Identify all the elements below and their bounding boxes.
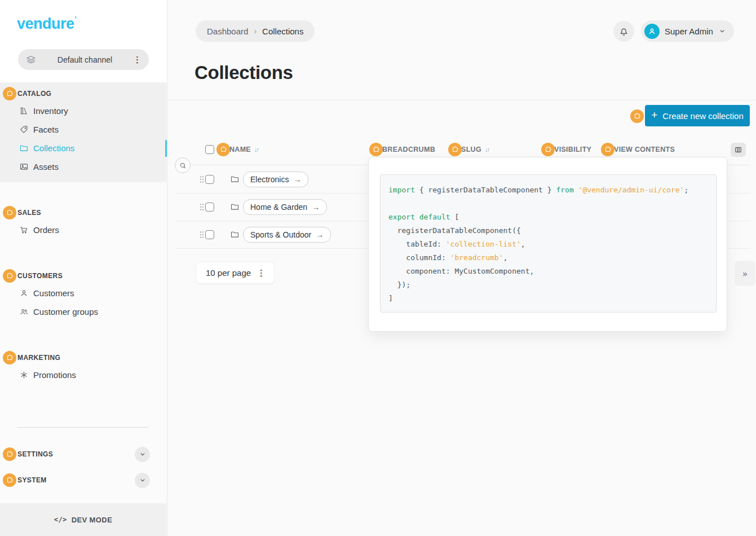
nav-section-system[interactable]: SYSTEM <box>0 472 167 489</box>
asterisk-icon <box>19 370 29 380</box>
extension-badge-icon <box>448 143 462 156</box>
nav-section-label: CATALOG <box>17 90 51 98</box>
column-header-slug: SLUG↓↑ <box>448 142 489 157</box>
folder-icon <box>230 174 240 184</box>
header-divider <box>168 100 756 100</box>
extension-badge-icon <box>3 447 16 461</box>
active-item-indicator <box>165 140 167 157</box>
search-toggle[interactable] <box>175 157 191 173</box>
nav-section-customers: CUSTOMERSCustomersCustomer groups <box>0 265 166 321</box>
inventory-icon <box>19 106 29 116</box>
breadcrumb: Dashboard›Collections <box>196 20 315 42</box>
sort-icon[interactable]: ↓↑ <box>254 146 258 153</box>
dev-mode-code-popover: import { registerDataTableComponent } fr… <box>368 157 727 332</box>
sidebar-header <box>0 0 167 84</box>
collection-link[interactable]: Electronics→ <box>243 172 308 187</box>
expand-section-button[interactable] <box>135 447 150 462</box>
extension-badge-icon <box>630 109 644 123</box>
drag-handle-icon[interactable] <box>200 175 204 183</box>
sidebar-item-customers[interactable]: Customers <box>0 284 166 302</box>
breadcrumb-item[interactable]: Collections <box>262 27 303 36</box>
extension-badge-icon <box>3 206 16 219</box>
extension-badge-icon <box>3 351 16 364</box>
row-checkbox[interactable] <box>205 230 214 239</box>
brand-logo[interactable]: vendure <box>17 15 76 33</box>
extension-badge-icon <box>541 143 555 156</box>
drag-handle-icon[interactable] <box>200 231 204 239</box>
breadcrumb-item[interactable]: Dashboard <box>207 27 248 36</box>
folder-icon <box>230 230 240 239</box>
items-per-page-button[interactable]: 10 per page ⋮ <box>196 262 275 284</box>
sidebar-item-assets[interactable]: Assets <box>0 157 166 176</box>
user-icon <box>19 288 29 298</box>
kebab-icon: ⋮ <box>257 269 266 277</box>
page-title: Collections <box>194 62 293 84</box>
column-header-breadcrumb: BREADCRUMB <box>369 142 435 157</box>
extension-badge-icon <box>3 269 16 283</box>
folder-icon <box>230 202 240 212</box>
sidebar-item-customer-groups[interactable]: Customer groups <box>0 302 166 321</box>
user-name: Super Admin <box>665 27 713 36</box>
cart-icon <box>19 225 29 235</box>
channel-selector[interactable]: Default channel ⋮ <box>18 49 149 70</box>
tag-icon <box>19 125 29 134</box>
extension-badge-icon <box>3 473 16 487</box>
extension-badge-icon <box>3 87 16 100</box>
sidebar-item-collections[interactable]: Collections <box>0 139 166 157</box>
select-all-checkbox[interactable] <box>205 145 214 154</box>
kebab-icon[interactable]: ⋮ <box>133 55 142 64</box>
layers-icon <box>25 54 37 65</box>
expand-section-button[interactable] <box>135 473 150 488</box>
sidebar-item-facets[interactable]: Facets <box>0 120 166 139</box>
sort-icon[interactable]: ↓↑ <box>485 146 489 153</box>
code-block: import { registerDataTableComponent } fr… <box>380 174 717 313</box>
dev-mode-label: DEV MODE <box>72 516 113 524</box>
channel-label: Default channel <box>37 55 133 64</box>
sidebar-item-orders[interactable]: Orders <box>0 221 166 239</box>
pagination-next-button[interactable]: » <box>735 261 755 286</box>
collection-link[interactable]: Sports & Outdoor→ <box>243 227 331 243</box>
plus-icon: + <box>651 109 657 121</box>
notifications-button[interactable] <box>613 21 634 42</box>
bell-icon <box>618 26 629 37</box>
code-icon: </> <box>54 516 67 524</box>
column-header-visibility: VISIBILITY <box>541 142 591 157</box>
extension-badge-icon <box>601 143 614 156</box>
image-icon <box>19 162 29 172</box>
sidebar-item-inventory[interactable]: Inventory <box>0 102 166 120</box>
nav-section-marketing: MARKETINGPromotions <box>0 346 166 384</box>
nav-section-catalog: CATALOGInventoryFacetsCollectionsAssets <box>0 82 166 182</box>
search-icon <box>179 161 187 170</box>
nav-section-label: MARKETING <box>17 354 60 362</box>
arrow-right-icon: → <box>293 175 301 184</box>
nav-section-label: CUSTOMERS <box>17 272 63 280</box>
dev-mode-toggle[interactable]: </> DEV MODE <box>0 503 166 536</box>
column-settings-button[interactable] <box>731 143 746 157</box>
user-menu[interactable]: Super Admin <box>641 20 734 42</box>
avatar <box>644 24 660 39</box>
nav-section-label: SALES <box>17 209 41 217</box>
row-checkbox[interactable] <box>205 175 214 184</box>
extension-badge-icon <box>369 143 383 156</box>
chevron-down-icon <box>139 476 147 484</box>
columns-icon <box>734 146 742 154</box>
chevron-down-icon <box>718 27 726 35</box>
drag-handle-icon[interactable] <box>200 203 204 211</box>
create-new-collection-button[interactable]: + Create new collection <box>645 105 750 126</box>
sidebar-divider <box>17 427 149 428</box>
chevron-down-icon <box>139 450 147 458</box>
main-content: Dashboard›Collections Super Admin Collec… <box>168 0 756 536</box>
chevron-right-icon: › <box>254 27 257 36</box>
folder-icon <box>19 143 29 153</box>
collection-link[interactable]: Home & Garden→ <box>243 199 327 215</box>
arrow-right-icon: → <box>316 230 324 239</box>
row-checkbox[interactable] <box>205 203 214 212</box>
extension-badge-icon <box>216 143 230 156</box>
sidebar: vendure Default channel ⋮ CATALOGInvento… <box>0 0 167 536</box>
sidebar-item-promotions[interactable]: Promotions <box>0 366 166 384</box>
users-icon <box>19 307 29 317</box>
nav-section-sales: SALESOrders <box>0 201 166 239</box>
column-header-name: NAME↓↑ <box>205 142 258 157</box>
column-header-view-contents: VIEW CONTENTS <box>601 142 675 157</box>
nav-section-settings[interactable]: SETTINGS <box>0 446 167 463</box>
